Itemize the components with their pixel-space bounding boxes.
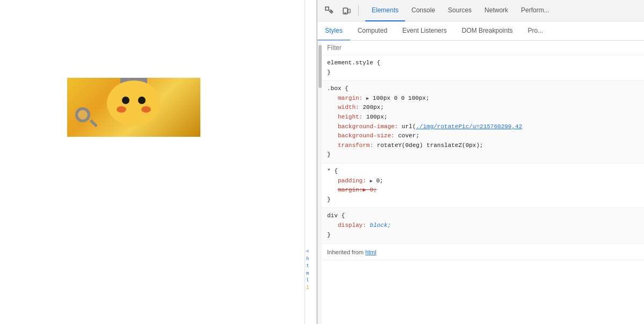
css-rules: element.style { } .box { margin: ▶ — [322, 55, 644, 260]
magnifying-glass — [75, 107, 97, 129]
prop-transform: transform: rotateY(0deg) translateZ(0px)… — [327, 141, 639, 151]
pikachu-cheek-left — [117, 106, 126, 113]
dom-strip: < h t m l 1 — [305, 0, 316, 324]
rule-close-universal: } — [327, 195, 639, 205]
inherited-html-link[interactable]: html — [365, 249, 377, 255]
tab-console[interactable]: Console — [405, 0, 442, 21]
margin-triangle[interactable]: ▶ — [366, 96, 369, 101]
subtab-dom-breakpoints[interactable]: DOM Breakpoints — [454, 21, 520, 41]
filter-input[interactable] — [327, 44, 639, 51]
rule-close-div: } — [327, 231, 639, 240]
rule-close-box: } — [327, 150, 639, 160]
padding-triangle[interactable]: ▶ — [370, 179, 372, 184]
pikachu-background — [67, 78, 200, 137]
svg-rect-4 — [348, 9, 350, 13]
prop-bg-size: background-size: cover; — [327, 131, 639, 141]
scrollbar-track[interactable] — [317, 41, 322, 324]
subtab-styles[interactable]: Styles — [317, 21, 350, 41]
filter-bar — [322, 41, 644, 55]
svg-rect-0 — [325, 7, 329, 10]
prop-display: display: block; — [327, 221, 639, 231]
pikachu-eye-right — [138, 97, 146, 104]
rule-close-1: } — [327, 68, 639, 78]
prop-bg-image: background-image: url(./img/rotatePic/u=… — [327, 122, 639, 132]
tab-sources[interactable]: Sources — [442, 0, 478, 21]
subtab-properties[interactable]: Pro... — [520, 21, 551, 41]
tab-network[interactable]: Network — [478, 0, 515, 21]
rule-div: div { display: block; } — [322, 208, 644, 244]
scrollbar-thumb[interactable] — [319, 45, 322, 88]
rule-universal: * { padding: ▶ 0; margin:▶ 0; — [322, 164, 644, 208]
pikachu-head — [107, 80, 161, 126]
devtools-tabs: Elements Console Sources Network Perform… — [365, 0, 556, 21]
subtab-event-listeners[interactable]: Event Listeners — [395, 21, 454, 41]
dom-html-text: < h t m l 1 — [305, 247, 316, 292]
tab-elements[interactable]: Elements — [365, 0, 405, 21]
webpage-panel: < h t m l 1 — [0, 0, 317, 324]
sub-tabs-row: Styles Computed Event Listeners DOM Brea… — [317, 21, 644, 41]
selector-box: .box { — [327, 84, 639, 94]
inspect-button[interactable] — [322, 3, 337, 18]
rule-element-style: element.style { } — [322, 55, 644, 81]
styles-main: element.style { } .box { margin: ▶ — [322, 41, 644, 324]
pikachu-cheek-right — [141, 106, 151, 113]
devtools-panel: Elements Console Sources Network Perform… — [317, 0, 644, 324]
prop-width: width: 200px; — [327, 103, 639, 113]
styles-content: element.style { } .box { margin: ▶ — [317, 41, 644, 324]
mg-circle — [75, 107, 90, 122]
selector-universal: * { — [327, 167, 639, 176]
toolbar-separator — [358, 5, 359, 16]
prop-height: height: 100px; — [327, 113, 639, 122]
pikachu-eye-left — [122, 97, 129, 104]
selector-div: div { — [327, 211, 639, 221]
rule-box: .box { margin: ▶ 100px 0 0 100px; width:… — [322, 81, 644, 164]
prop-margin: margin: ▶ 100px 0 0 100px; — [327, 94, 639, 104]
subtab-computed[interactable]: Computed — [350, 21, 395, 41]
inherited-header: Inherited from html — [322, 244, 644, 260]
pikachu-box — [67, 78, 200, 137]
prop-padding: padding: ▶ 0; — [327, 176, 639, 186]
selector-element-style: element.style { — [327, 58, 639, 68]
devtools-toolbar: Elements Console Sources Network Perform… — [317, 0, 644, 21]
mg-handle — [90, 119, 98, 127]
prop-margin-strike: margin:▶ 0; — [327, 186, 639, 195]
tab-performance[interactable]: Perform... — [515, 0, 556, 21]
device-button[interactable] — [339, 3, 354, 18]
